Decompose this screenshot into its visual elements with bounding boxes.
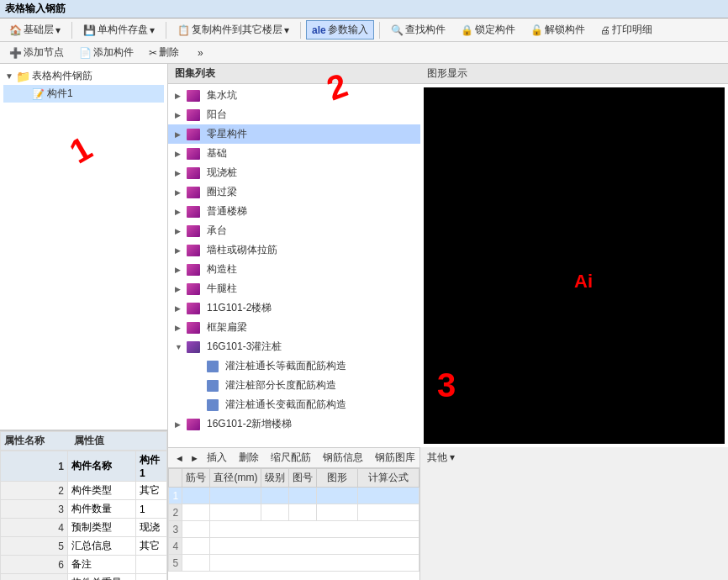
props-name-3: 构件数量 — [68, 500, 136, 519]
library-item[interactable]: 灌注桩部分长度配筋构造 — [168, 376, 420, 395]
lib-item-arrow: ▶ — [175, 285, 183, 293]
lib-item-arrow: ▶ — [175, 304, 183, 313]
props-name-4: 预制类型 — [68, 519, 136, 537]
tree-root[interactable]: ▼ 📁 表格构件钢筋 — [3, 67, 164, 85]
dropdown-icon2: ▾ — [150, 24, 155, 36]
lib-item-label: 构造柱 — [207, 262, 237, 277]
library-item[interactable]: 灌注桩通长变截面配筋构造 — [168, 395, 420, 414]
table-row[interactable]: 5 — [169, 555, 419, 572]
cell-jinghao-2[interactable] — [182, 504, 210, 521]
props-name-1: 构件名称 — [68, 451, 136, 482]
props-value-4[interactable]: 现浇 — [136, 519, 167, 537]
cell-jinghao-3[interactable] — [182, 521, 210, 538]
rebar-library-btn[interactable]: 钢筋图库 — [370, 449, 420, 467]
lib-item-label: 普通楼梯 — [207, 204, 247, 219]
library-item[interactable]: ▼16G101-3灌注桩 — [168, 337, 420, 356]
row-num-5: 5 — [169, 555, 182, 572]
cell-tuxing-1[interactable] — [317, 488, 357, 504]
props-row-2: 2 构件类型 其它 — [1, 482, 167, 500]
props-value-5[interactable]: 其它 — [136, 537, 167, 556]
props-row-1: 1 构件名称 构件1 — [1, 451, 167, 482]
cell-jbie-1[interactable] — [261, 488, 289, 504]
figure-title: 图形显示 — [420, 64, 728, 84]
tree-child1[interactable]: 📝 构件1 — [3, 85, 164, 103]
bottom-grid-panel: ◄ ► 插入 删除 缩尺配筋 钢筋信息 钢筋图库 其他 ▾ — [168, 447, 419, 580]
tree-root-arrow: ▼ — [5, 71, 13, 81]
props-row-6: 6 备注 — [1, 556, 167, 574]
library-item[interactable]: ▶零星构件 — [168, 124, 420, 144]
delete-btn[interactable]: ✂ 删除 — [143, 43, 185, 62]
grid-col-gongshi: 计算公式 — [357, 469, 419, 488]
cell-tuhao-2[interactable] — [289, 504, 317, 521]
props-value-3[interactable]: 1 — [136, 500, 167, 519]
delete-grid-btn[interactable]: 删除 — [234, 449, 264, 467]
unlock-component-btn[interactable]: 🔓 解锁构件 — [525, 20, 591, 40]
cell-tuxing-2[interactable] — [317, 504, 357, 521]
sep4 — [379, 22, 380, 39]
print-detail-btn[interactable]: 🖨 打印明细 — [594, 20, 658, 40]
lib-item-label: 零星构件 — [207, 127, 247, 141]
copy-to-other-btn[interactable]: 📋 复制构件到其它楼层 ▾ — [171, 20, 295, 40]
param-input-btn[interactable]: ale 参数输入 — [306, 20, 374, 40]
library-item[interactable]: ▶集水坑 — [168, 86, 420, 105]
props-num-7: 7 — [1, 574, 68, 581]
props-header-value: 属性值 — [74, 435, 104, 446]
props-num-3: 3 — [1, 500, 68, 519]
table-row[interactable]: 1 — [169, 488, 419, 504]
library-list: ▶集水坑▶阳台▶零星构件▶基础▶现浇桩▶圈过梁▶普通楼梯▶承台▶墙柱或砌体拉筋▶… — [168, 84, 420, 447]
library-item[interactable]: ▶墙柱或砌体拉筋 — [168, 240, 420, 260]
props-value-7[interactable]: 0 — [136, 574, 167, 581]
add-node-btn[interactable]: ➕ 添加节点 — [3, 43, 70, 62]
props-value-2[interactable]: 其它 — [136, 482, 167, 500]
cell-gongshi-1[interactable] — [357, 488, 419, 504]
other-btn[interactable]: 其他 ▾ — [422, 449, 460, 467]
props-value-1[interactable]: 构件1 — [136, 451, 167, 482]
second-toolbar: ➕ 添加节点 📄 添加构件 ✂ 删除 » — [0, 42, 728, 64]
library-title: 图集列表 — [168, 64, 420, 84]
cell-tuhao-1[interactable] — [289, 488, 317, 504]
library-item[interactable]: ▶承台 — [168, 221, 420, 240]
lib-page-icon — [207, 361, 219, 372]
cell-jinghao-1[interactable] — [182, 488, 210, 504]
library-item[interactable]: 灌注桩通长等截面配筋构造 — [168, 356, 420, 376]
table-row[interactable]: 3 — [169, 521, 419, 538]
library-item[interactable]: ▶现浇桩 — [168, 163, 420, 182]
cell-jbie-2[interactable] — [261, 504, 289, 521]
library-item[interactable]: ▶圈过梁 — [168, 182, 420, 202]
insert-btn[interactable]: 插入 — [202, 449, 232, 467]
nav-prev-btn[interactable]: ◄ — [171, 452, 185, 464]
library-item[interactable]: ▶16G101-2新增楼梯 — [168, 414, 420, 434]
lib-book-icon — [187, 187, 200, 198]
library-item[interactable]: ▶普通楼梯 — [168, 202, 420, 221]
save-single-btn[interactable]: 💾 单构件存盘 ▾ — [77, 20, 161, 40]
cell-jinghao-4[interactable] — [182, 538, 210, 555]
rebar-info-btn[interactable]: 钢筋信息 — [318, 449, 368, 467]
library-item[interactable]: ▶11G101-2楼梯 — [168, 298, 420, 318]
add-component-btn[interactable]: 📄 添加构件 — [73, 43, 140, 62]
nav-next-btn[interactable]: ► — [187, 452, 200, 464]
library-item[interactable]: ▶构造柱 — [168, 260, 420, 279]
cell-jinghao-5[interactable] — [182, 555, 210, 572]
lib-item-label: 灌注桩通长变截面配筋构造 — [225, 398, 346, 412]
print-icon: 🖨 — [600, 24, 610, 36]
library-item[interactable]: ▶牛腿柱 — [168, 279, 420, 298]
props-name-2: 构件类型 — [68, 482, 136, 500]
cell-zhijing-2[interactable] — [210, 504, 261, 521]
table-row[interactable]: 2 — [169, 504, 419, 521]
lib-item-label: 灌注桩通长等截面配筋构造 — [225, 359, 346, 373]
table-row[interactable]: 4 — [169, 538, 419, 555]
library-item[interactable]: ▶框架扁梁 — [168, 318, 420, 337]
cell-gongshi-2[interactable] — [357, 504, 419, 521]
cell-zhijing-1[interactable] — [210, 488, 261, 504]
expand-arrow-btn[interactable]: » — [192, 45, 209, 61]
lock-component-btn[interactable]: 🔒 锁定构件 — [455, 20, 521, 40]
library-item[interactable]: ▶基础 — [168, 144, 420, 163]
scale-config-btn[interactable]: 缩尺配筋 — [266, 449, 316, 467]
delete-label: 删除 — [239, 451, 259, 465]
library-item[interactable]: ▶阳台 — [168, 105, 420, 124]
grid-col-jbie: 级别 — [261, 469, 289, 488]
props-value-6[interactable] — [136, 556, 167, 574]
base-layer-btn[interactable]: 🏠 基础层 ▾ — [3, 20, 66, 40]
find-component-btn[interactable]: 🔍 查找构件 — [385, 20, 451, 40]
lib-item-label: 16G101-2新增楼梯 — [207, 417, 292, 431]
